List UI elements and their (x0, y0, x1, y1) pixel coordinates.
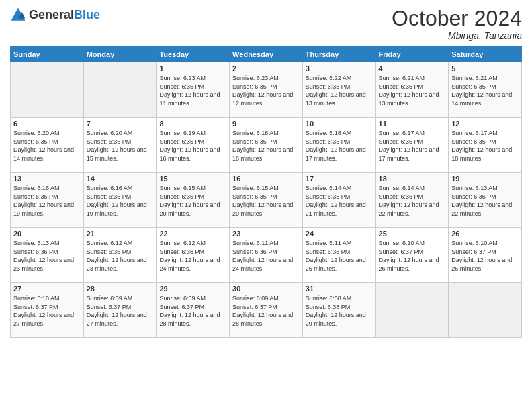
sun-info: Sunrise: 6:16 AMSunset: 6:35 PMDaylight:… (13, 184, 81, 218)
day-number: 12 (451, 120, 519, 128)
calendar-cell: 8Sunrise: 6:19 AMSunset: 6:35 PMDaylight… (157, 118, 230, 173)
day-number: 26 (451, 230, 519, 238)
day-number: 3 (306, 64, 373, 73)
day-header-sunday: Sunday (11, 47, 84, 62)
day-number: 14 (87, 175, 154, 183)
day-header-tuesday: Tuesday (157, 47, 230, 62)
sun-info: Sunrise: 6:12 AMSunset: 6:36 PMDaylight:… (159, 239, 226, 273)
sun-info: Sunrise: 6:10 AMSunset: 6:37 PMDaylight:… (451, 239, 519, 273)
day-number: 24 (306, 230, 373, 238)
sun-info: Sunrise: 6:13 AMSunset: 6:36 PMDaylight:… (13, 239, 81, 273)
day-number: 13 (13, 175, 81, 183)
calendar-cell: 26Sunrise: 6:10 AMSunset: 6:37 PMDayligh… (449, 228, 522, 283)
calendar-cell: 11Sunrise: 6:17 AMSunset: 6:35 PMDayligh… (375, 118, 449, 173)
day-number: 4 (379, 64, 446, 73)
day-number: 8 (159, 120, 226, 128)
day-number: 7 (87, 120, 154, 128)
week-row-2: 6Sunrise: 6:20 AMSunset: 6:35 PMDaylight… (11, 118, 522, 173)
day-number: 16 (232, 175, 300, 183)
day-header-wednesday: Wednesday (230, 47, 303, 62)
calendar-cell: 22Sunrise: 6:12 AMSunset: 6:36 PMDayligh… (157, 228, 230, 283)
day-number: 20 (13, 230, 81, 238)
svg-marker-0 (11, 8, 26, 21)
calendar-cell: 1Sunrise: 6:23 AMSunset: 6:35 PMDaylight… (157, 62, 230, 118)
calendar-cell: 17Sunrise: 6:14 AMSunset: 6:35 PMDayligh… (302, 173, 375, 228)
calendar-cell: 9Sunrise: 6:18 AMSunset: 6:35 PMDaylight… (230, 118, 303, 173)
calendar-cell: 12Sunrise: 6:17 AMSunset: 6:35 PMDayligh… (449, 118, 522, 173)
calendar-cell: 16Sunrise: 6:15 AMSunset: 6:35 PMDayligh… (230, 173, 303, 228)
day-number: 21 (87, 230, 154, 238)
sun-info: Sunrise: 6:16 AMSunset: 6:35 PMDaylight:… (87, 184, 154, 218)
sun-info: Sunrise: 6:21 AMSunset: 6:35 PMDaylight:… (379, 74, 446, 107)
calendar-cell: 30Sunrise: 6:09 AMSunset: 6:37 PMDayligh… (230, 283, 303, 338)
header-row: SundayMondayTuesdayWednesdayThursdayFrid… (11, 47, 522, 62)
calendar-cell: 29Sunrise: 6:09 AMSunset: 6:37 PMDayligh… (157, 283, 230, 338)
day-header-monday: Monday (83, 47, 157, 62)
day-header-saturday: Saturday (449, 47, 522, 62)
day-number: 29 (159, 285, 226, 293)
sun-info: Sunrise: 6:13 AMSunset: 6:36 PMDaylight:… (451, 184, 519, 218)
logo: GeneralBlue (10, 7, 100, 23)
day-number: 23 (232, 230, 300, 238)
day-number: 27 (13, 285, 81, 293)
header: GeneralBlue October 2024 Mbinga, Tanzani… (10, 7, 522, 41)
calendar-cell: 10Sunrise: 6:18 AMSunset: 6:35 PMDayligh… (302, 118, 375, 173)
sun-info: Sunrise: 6:11 AMSunset: 6:36 PMDaylight:… (306, 239, 373, 273)
calendar-cell: 13Sunrise: 6:16 AMSunset: 6:35 PMDayligh… (11, 173, 84, 228)
sun-info: Sunrise: 6:09 AMSunset: 6:37 PMDaylight:… (159, 294, 226, 328)
calendar-cell (83, 62, 157, 118)
calendar-cell (11, 62, 84, 118)
sun-info: Sunrise: 6:22 AMSunset: 6:35 PMDaylight:… (306, 74, 373, 107)
logo-text: GeneralBlue (29, 8, 100, 22)
day-number: 5 (451, 64, 519, 73)
day-number: 25 (379, 230, 446, 238)
sun-info: Sunrise: 6:14 AMSunset: 6:35 PMDaylight:… (306, 184, 373, 218)
day-number: 22 (159, 230, 226, 238)
sun-info: Sunrise: 6:21 AMSunset: 6:35 PMDaylight:… (451, 74, 519, 107)
day-number: 11 (379, 120, 446, 128)
calendar-cell: 4Sunrise: 6:21 AMSunset: 6:35 PMDaylight… (375, 62, 449, 118)
calendar-cell: 28Sunrise: 6:09 AMSunset: 6:37 PMDayligh… (83, 283, 157, 338)
calendar-page: GeneralBlue October 2024 Mbinga, Tanzani… (0, 0, 532, 411)
sun-info: Sunrise: 6:10 AMSunset: 6:37 PMDaylight:… (379, 239, 446, 273)
calendar-cell: 14Sunrise: 6:16 AMSunset: 6:35 PMDayligh… (83, 173, 157, 228)
month-year: October 2024 (392, 7, 522, 30)
calendar-cell: 24Sunrise: 6:11 AMSunset: 6:36 PMDayligh… (302, 228, 375, 283)
sun-info: Sunrise: 6:08 AMSunset: 6:38 PMDaylight:… (306, 294, 373, 328)
day-number: 31 (306, 285, 373, 293)
week-row-4: 20Sunrise: 6:13 AMSunset: 6:36 PMDayligh… (11, 228, 522, 283)
day-number: 28 (87, 285, 154, 293)
sun-info: Sunrise: 6:09 AMSunset: 6:37 PMDaylight:… (87, 294, 154, 328)
calendar-cell: 7Sunrise: 6:20 AMSunset: 6:35 PMDaylight… (83, 118, 157, 173)
sun-info: Sunrise: 6:19 AMSunset: 6:35 PMDaylight:… (159, 129, 226, 163)
sun-info: Sunrise: 6:20 AMSunset: 6:35 PMDaylight:… (13, 129, 81, 163)
calendar-cell: 19Sunrise: 6:13 AMSunset: 6:36 PMDayligh… (449, 173, 522, 228)
calendar-cell: 20Sunrise: 6:13 AMSunset: 6:36 PMDayligh… (11, 228, 84, 283)
sun-info: Sunrise: 6:14 AMSunset: 6:36 PMDaylight:… (379, 184, 446, 218)
sun-info: Sunrise: 6:09 AMSunset: 6:37 PMDaylight:… (232, 294, 300, 328)
calendar-cell (449, 283, 522, 338)
week-row-1: 1Sunrise: 6:23 AMSunset: 6:35 PMDaylight… (11, 62, 522, 118)
day-number: 10 (306, 120, 373, 128)
calendar-cell: 15Sunrise: 6:15 AMSunset: 6:35 PMDayligh… (157, 173, 230, 228)
sun-info: Sunrise: 6:11 AMSunset: 6:36 PMDaylight:… (232, 239, 300, 273)
week-row-3: 13Sunrise: 6:16 AMSunset: 6:35 PMDayligh… (11, 173, 522, 228)
calendar-cell: 3Sunrise: 6:22 AMSunset: 6:35 PMDaylight… (302, 62, 375, 118)
day-number: 17 (306, 175, 373, 183)
day-number: 6 (13, 120, 81, 128)
sun-info: Sunrise: 6:12 AMSunset: 6:36 PMDaylight:… (87, 239, 154, 273)
week-row-5: 27Sunrise: 6:10 AMSunset: 6:37 PMDayligh… (11, 283, 522, 338)
calendar-cell: 5Sunrise: 6:21 AMSunset: 6:35 PMDaylight… (449, 62, 522, 118)
calendar-cell: 25Sunrise: 6:10 AMSunset: 6:37 PMDayligh… (375, 228, 449, 283)
sun-info: Sunrise: 6:23 AMSunset: 6:35 PMDaylight:… (232, 74, 300, 107)
sun-info: Sunrise: 6:15 AMSunset: 6:35 PMDaylight:… (159, 184, 226, 218)
day-number: 9 (232, 120, 300, 128)
location: Mbinga, Tanzania (392, 30, 522, 41)
logo-icon (10, 7, 26, 23)
calendar-cell: 2Sunrise: 6:23 AMSunset: 6:35 PMDaylight… (230, 62, 303, 118)
calendar-cell: 6Sunrise: 6:20 AMSunset: 6:35 PMDaylight… (11, 118, 84, 173)
calendar-cell: 23Sunrise: 6:11 AMSunset: 6:36 PMDayligh… (230, 228, 303, 283)
day-number: 1 (159, 64, 226, 73)
day-number: 15 (159, 175, 226, 183)
sun-info: Sunrise: 6:15 AMSunset: 6:35 PMDaylight:… (232, 184, 300, 218)
